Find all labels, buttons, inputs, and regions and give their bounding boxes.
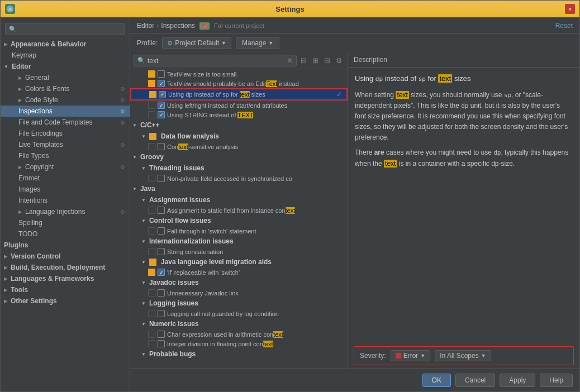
item-label: Using STRING instead of TEXT <box>167 112 253 118</box>
cancel-button[interactable]: Cancel <box>455 374 495 387</box>
category-threading[interactable]: ▼ Threading issues <box>130 162 348 174</box>
sidebar-item-copyright[interactable]: ▶ Copyright ⚙ <box>1 161 130 173</box>
category-javadoc[interactable]: ▼ Javadoc issues <box>130 277 348 288</box>
close-button[interactable]: × <box>565 4 575 14</box>
check-box[interactable] <box>158 248 165 255</box>
sidebar-item-tools[interactable]: ▶ Tools <box>1 284 130 295</box>
inspection-scroll[interactable]: TextView size is too small TextView shou… <box>130 69 348 369</box>
sidebar-item-languages[interactable]: ▶ Languages & Frameworks <box>1 273 130 284</box>
list-item[interactable]: Integer division in floating point conte… <box>130 339 348 348</box>
sidebar-item-live-templates[interactable]: Live Templates ⚙ <box>1 139 130 150</box>
reset-link[interactable]: Reset <box>555 22 573 30</box>
check-box[interactable] <box>158 331 165 338</box>
sidebar-item-file-types[interactable]: File Types <box>1 150 130 161</box>
search-filter[interactable]: 🔍 ✕ <box>134 55 297 66</box>
category-groovy[interactable]: ▼ Groovy <box>130 151 348 162</box>
sidebar-item-editor[interactable]: ▼ Editor <box>1 61 130 72</box>
category-i18n[interactable]: ▼ Internationalization issues <box>130 236 348 247</box>
description-text1: When setting text sizes, you should norm… <box>355 90 573 144</box>
check-box[interactable] <box>158 70 165 78</box>
sidebar-item-file-encodings[interactable]: File Encodings <box>1 128 130 139</box>
check-box[interactable] <box>158 310 165 317</box>
list-item[interactable]: Logging call not guarded by log conditio… <box>130 309 348 318</box>
manage-button[interactable]: Manage ▼ <box>236 37 279 49</box>
help-button[interactable]: Help <box>540 374 573 387</box>
triangle-icon: ▶ <box>18 165 22 170</box>
check-box[interactable] <box>158 102 165 109</box>
category-assignment[interactable]: ▼ Assignment issues <box>130 194 348 205</box>
severity-warn-icon <box>148 80 155 87</box>
list-item[interactable]: TextView should probably be an EditText … <box>130 79 348 88</box>
profile-value: Project Default <box>175 39 219 47</box>
svg-text:A: A <box>8 7 12 12</box>
sidebar-item-appearance[interactable]: ▶ Appearance & Behavior <box>1 39 130 50</box>
list-item[interactable]: Using STRING instead of TEXT <box>130 110 348 119</box>
check-box[interactable] <box>158 111 165 118</box>
check-box[interactable] <box>158 207 165 214</box>
check-box[interactable] <box>158 143 165 150</box>
sidebar-item-spelling[interactable]: Spelling <box>1 217 130 228</box>
list-item-selected[interactable]: Using dp instead of sp for text sizes ✓ <box>130 88 348 101</box>
filter-input[interactable] <box>148 57 284 65</box>
category-data-flow[interactable]: ▼ Data flow analysis <box>130 131 348 142</box>
triangle-icon: ▼ <box>132 123 137 128</box>
filter-icon[interactable]: ⊟ <box>299 55 308 66</box>
list-item[interactable]: Char expression used in arithmetic conte… <box>130 329 348 339</box>
description-header: Description <box>348 52 579 68</box>
category-java[interactable]: ▼ Java <box>130 183 348 194</box>
severity-dropdown[interactable]: Error ▼ <box>391 350 431 361</box>
sidebar-item-colors-fonts[interactable]: ▶ Colors & Fonts ⚙ <box>1 83 130 94</box>
sidebar-item-emmet[interactable]: Emmet <box>1 173 130 184</box>
check-box[interactable] <box>158 227 165 235</box>
category-probable-bugs[interactable]: ▼ Probable bugs <box>130 348 348 360</box>
list-item[interactable]: 'if' replaceable with 'switch' <box>130 267 348 277</box>
sidebar-item-general[interactable]: ▶ General <box>1 72 130 83</box>
scope-chevron-icon: ▼ <box>481 353 486 358</box>
list-item[interactable]: Context-sensitive analysis <box>130 142 348 151</box>
sidebar-item-other-settings[interactable]: ▶ Other Settings <box>1 295 130 307</box>
sidebar-item-inspections[interactable]: Inspections ⚙ <box>1 106 130 117</box>
sidebar-item-images[interactable]: Images <box>1 184 130 195</box>
list-item[interactable]: Non-private field accessed in synchroniz… <box>130 174 348 183</box>
sidebar-item-keymap[interactable]: Keymap <box>1 50 130 61</box>
apply-button[interactable]: Apply <box>500 374 535 387</box>
item-label: Fall-through in 'switch' statement <box>167 228 256 235</box>
category-control-flow[interactable]: ▼ Control flow issues <box>130 215 348 226</box>
sidebar-search-input[interactable] <box>19 25 121 33</box>
list-item[interactable]: Using left/right instead of start/end at… <box>130 101 348 110</box>
check-box[interactable] <box>158 269 165 276</box>
category-numeric[interactable]: ▼ Numeric issues <box>130 318 348 329</box>
list-item[interactable]: Fall-through in 'switch' statement <box>130 226 348 236</box>
check-box[interactable] <box>158 289 165 297</box>
category-logging[interactable]: ▼ Logging issues <box>130 298 348 309</box>
expand-all-icon[interactable]: ⊞ <box>311 55 320 66</box>
check-box[interactable] <box>158 80 165 87</box>
triangle-icon: ▶ <box>4 265 7 270</box>
check-box[interactable] <box>158 175 165 182</box>
app-icon: A <box>5 4 15 14</box>
list-item[interactable]: String concatenation <box>130 247 348 256</box>
sidebar-item-language-injections[interactable]: ▶ Language Injections ⚙ <box>1 206 130 217</box>
sidebar-search-box[interactable]: 🔍 <box>5 23 125 35</box>
list-item[interactable]: Unnecessary Javadoc link <box>130 288 348 298</box>
sidebar-item-todo[interactable]: TODO <box>1 228 130 240</box>
ok-button[interactable]: OK <box>422 374 451 387</box>
sidebar-item-code-style[interactable]: ▶ Code Style ⚙ <box>1 94 130 106</box>
category-java-migration[interactable]: ▼ Java language level migration aids <box>130 256 348 267</box>
sidebar-item-file-code-templates[interactable]: File and Code Templates ⚙ <box>1 117 130 128</box>
sidebar-item-plugins[interactable]: Plugins <box>1 240 130 251</box>
category-cpp[interactable]: ▼ C/C++ <box>130 119 348 131</box>
sidebar-item-version-control[interactable]: ▶ Version Control <box>1 251 130 262</box>
triangle-icon: ▼ <box>141 280 146 285</box>
collapse-all-icon[interactable]: ⊟ <box>322 55 332 66</box>
list-item[interactable]: TextView size is too small <box>130 69 348 79</box>
sidebar-item-build-exec[interactable]: ▶ Build, Execution, Deployment <box>1 262 130 273</box>
filter-clear-button[interactable]: ✕ <box>287 56 293 65</box>
list-item[interactable]: Assignment to static field from instance… <box>130 205 348 215</box>
scope-dropdown[interactable]: In All Scopes ▼ <box>435 350 491 361</box>
profile-dropdown[interactable]: ⚙ Project Default ▼ <box>162 37 231 49</box>
settings-icon[interactable]: ⚙ <box>334 55 344 66</box>
check-box[interactable] <box>158 340 165 347</box>
sidebar-item-intentions[interactable]: Intentions <box>1 195 130 206</box>
check-box[interactable] <box>159 91 166 98</box>
